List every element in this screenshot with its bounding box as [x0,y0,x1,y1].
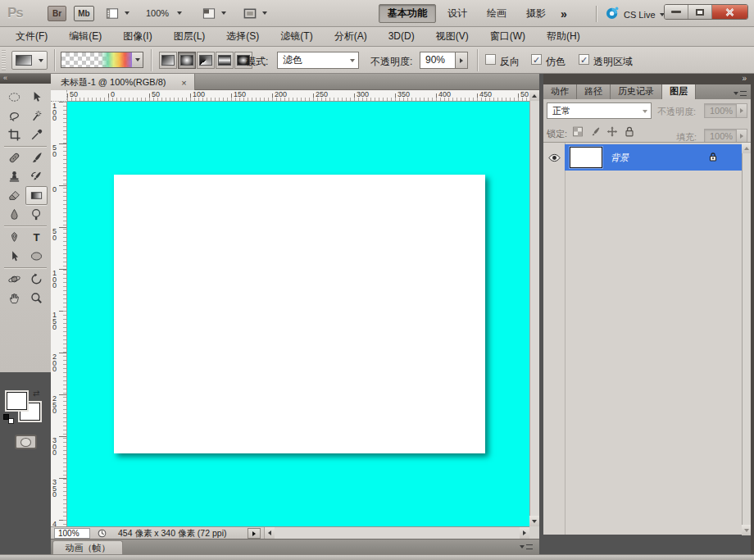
menu-item-2[interactable]: 图像(I) [112,27,162,46]
checkbox-仿色[interactable]: ✓ [531,54,542,65]
menu-item-4[interactable]: 选择(S) [216,27,270,46]
panel-tab-1[interactable]: 路径 [577,84,611,99]
default-colors-icon[interactable] [3,414,14,424]
checkbox-反向[interactable] [485,54,496,65]
launch-bridge-button[interactable]: Br [48,6,66,21]
workspace-more-icon[interactable]: » [557,7,570,20]
menu-item-1[interactable]: 编辑(E) [58,27,112,46]
reflected-gradient-button[interactable] [216,52,234,69]
opacity-input[interactable]: 90% [420,52,456,69]
vertical-scrollbar[interactable] [529,90,539,526]
menu-item-10[interactable]: 帮助(H) [536,27,591,46]
path-selection-tool[interactable] [3,247,25,266]
menu-item-5[interactable]: 滤镜(T) [270,27,323,46]
lock-transparent-icon[interactable] [571,125,584,138]
foreground-color-swatch[interactable] [7,392,27,410]
lock-image-icon[interactable] [588,125,602,138]
panel-tab-0[interactable]: 动作 [543,84,577,99]
ellipse-shape-tool[interactable] [25,247,48,266]
gradient-tool[interactable] [25,186,48,205]
crop-tool[interactable] [3,125,25,144]
scroll-down-button[interactable] [529,516,539,526]
menu-item-6[interactable]: 分析(A) [324,27,378,46]
lock-position-icon[interactable] [606,125,619,138]
canvas-viewport[interactable] [67,102,529,526]
blend-mode-select[interactable]: 滤色 [277,52,359,69]
blur-tool[interactable] [3,205,25,224]
swap-colors-icon[interactable]: ⇄ [33,389,39,398]
close-button[interactable] [712,5,747,19]
layer-opacity-value[interactable]: 100% [704,103,737,118]
status-options-button[interactable] [248,528,261,539]
panel-tab-2[interactable]: 历史记录 [611,84,662,99]
screen-mode-dropdown-arrow[interactable] [262,11,267,15]
rotate-3d-tool[interactable] [3,270,25,289]
linear-gradient-button[interactable] [159,52,177,69]
document-tab-close-icon[interactable]: × [179,77,189,88]
layer-opacity-slider-button[interactable] [737,103,747,118]
clone-stamp-tool[interactable] [3,167,25,186]
launch-minibridge-button[interactable]: Mb [74,6,94,21]
dodge-tool[interactable] [25,205,48,224]
options-grip[interactable] [2,50,6,71]
arrange-documents-icon[interactable] [202,7,216,20]
layer-row-background[interactable]: 背景 [543,144,742,171]
quick-mask-button[interactable] [15,435,37,449]
panel-tab-3[interactable]: 图层 [662,84,696,99]
lasso-tool[interactable] [3,107,25,125]
workspace-button-2[interactable]: 绘画 [479,5,515,22]
eraser-tool[interactable] [3,186,25,205]
gradient-picker-preview[interactable] [61,52,133,68]
workspace-button-0[interactable]: 基本功能 [379,4,436,23]
dock-collapse-bar[interactable]: » [543,74,751,84]
panel-menu-icon[interactable] [734,91,747,96]
eyedropper-tool[interactable] [25,125,48,144]
brush-tool[interactable] [25,148,48,167]
layer-list-scrollbar[interactable] [742,143,751,535]
checkbox-透明区域[interactable]: ✓ [579,54,589,65]
document-tab[interactable]: 未标题-1 @ 100%(RGB/8) × [51,74,195,90]
zoom-level-dropdown-arrow[interactable] [177,11,182,15]
workspace-button-3[interactable]: 摄影 [518,5,554,22]
layer-visibility-toggle[interactable] [543,144,565,171]
layer-blend-mode-select[interactable]: 正常 [547,102,652,119]
menu-item-0[interactable]: 文件(F) [5,27,58,46]
menu-item-7[interactable]: 3D(D) [378,27,425,46]
screen-mode-icon[interactable] [243,7,257,20]
view-extras-icon[interactable] [105,7,120,20]
opacity-slider-button[interactable] [456,52,468,69]
minimize-button[interactable] [665,5,688,19]
gradient-picker-dropdown[interactable] [132,52,143,68]
spot-healing-tool[interactable] [3,148,25,167]
menu-item-8[interactable]: 视图(V) [425,27,479,46]
pen-tool[interactable] [3,228,25,247]
menu-item-9[interactable]: 窗口(W) [479,27,536,46]
radial-gradient-button[interactable] [178,52,196,69]
view-extras-dropdown-arrow[interactable] [125,11,129,15]
restore-button[interactable] [688,5,712,19]
animation-panel-menu-icon[interactable] [520,544,533,549]
history-brush-tool[interactable] [25,167,48,186]
layer-list-scroll-down[interactable] [742,525,751,535]
lock-all-icon[interactable] [623,125,636,138]
layer-thumbnail[interactable] [570,147,602,168]
tools-collapse-bar[interactable]: « [0,74,51,84]
menu-item-3[interactable]: 图层(L) [163,27,216,46]
magic-wand-tool[interactable] [25,107,48,125]
move-tool[interactable] [25,88,48,107]
layer-list-scroll-up[interactable] [742,143,751,153]
horizontal-scrollbar[interactable] [264,527,529,540]
scroll-left-button[interactable] [265,527,275,539]
type-tool[interactable]: T [25,228,48,247]
document-canvas[interactable] [114,175,485,453]
cs-live-button[interactable]: CS Live [605,6,665,23]
zoom-level-value[interactable]: 100% [146,8,169,18]
arrange-documents-dropdown-arrow[interactable] [221,11,226,15]
scroll-right-button[interactable] [520,527,529,539]
hand-tool[interactable] [3,289,25,307]
animation-panel-tab[interactable]: 动画（帧） [52,540,123,555]
orbit-3d-tool[interactable] [25,270,48,289]
workspace-button-1[interactable]: 设计 [439,5,475,22]
zoom-tool[interactable] [25,289,48,307]
status-zoom-input[interactable]: 100% [54,528,90,539]
